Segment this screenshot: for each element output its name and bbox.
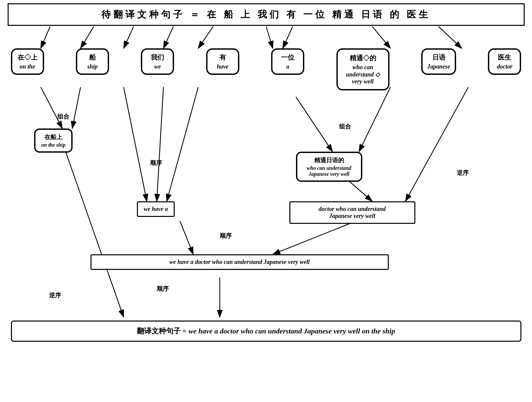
phrase-node-jingtong-riyu: 精通日语的 who can understandJapanese very we…	[296, 152, 362, 182]
svg-line-4	[198, 26, 213, 48]
card-cn-jingtong: 精通◇的	[344, 54, 382, 63]
bottom-cn: 翻译文种句子 =	[137, 327, 189, 335]
word-card-yisheng: 医生 doctor	[488, 48, 521, 75]
rect-en-full-phrase: we have a doctor who can understand Japa…	[97, 259, 382, 266]
svg-line-10	[41, 87, 62, 128]
phrase-cn-jingtong-riyu: 精通日语的	[303, 156, 355, 164]
svg-line-2	[124, 26, 134, 48]
card-en-riyu: Japanese	[427, 63, 450, 70]
main-container: 待翻译文种句子 ＝ 在 船 上 我们 有 一位 精通 日语 的 医生	[8, 3, 525, 357]
card-en-yiwei: a	[277, 63, 298, 70]
svg-line-27	[66, 152, 124, 317]
word-card-jingtong: 精通◇的 who canunderstand ◇very well	[336, 48, 389, 90]
phrase-en-on-the-ship: on the ship	[41, 142, 66, 148]
phrase-en-jingtong-riyu: who can understandJapanese very well	[303, 165, 355, 177]
svg-line-24	[273, 221, 356, 254]
bottom-en: we have a doctor who can understand Japa…	[189, 327, 395, 335]
card-en-chuan: ship	[82, 63, 103, 70]
word-card-chuan: 船 ship	[76, 48, 109, 75]
card-en-zai-shang: on the	[17, 63, 38, 70]
phrase-cn-on-the-ship: 在船上	[41, 133, 66, 141]
rect-en-doctor-who: doctor who can understandJapanese very w…	[296, 206, 408, 220]
svg-line-0	[41, 26, 50, 48]
svg-line-6	[283, 26, 293, 48]
rect-en-we-have-a: we have a	[144, 206, 168, 213]
card-cn-chuan: 船	[82, 53, 103, 62]
svg-line-5	[266, 26, 273, 48]
svg-text:顺序: 顺序	[219, 232, 232, 239]
card-cn-riyu: 日语	[427, 53, 450, 62]
word-card-you: 有 have	[206, 48, 239, 75]
card-cn-yiwei: 一位	[277, 53, 298, 62]
phrase-node-on-the-ship: 在船上 on the ship	[34, 128, 73, 153]
card-cn-zai-shang: 在◇上	[17, 53, 38, 62]
rect-node-doctor-who: doctor who can understandJapanese very w…	[289, 201, 415, 224]
svg-line-13	[124, 87, 147, 201]
bottom-translation-box: 翻译文种句子 = we have a doctor who can unders…	[11, 321, 521, 342]
svg-line-3	[163, 26, 173, 48]
rect-node-we-have-a: we have a	[137, 201, 175, 217]
svg-text:逆序: 逆序	[457, 169, 469, 176]
word-card-yiwei: 一位 a	[271, 48, 304, 75]
svg-line-23	[180, 221, 193, 254]
svg-line-18	[359, 87, 390, 152]
svg-line-8	[439, 26, 462, 48]
svg-line-1	[81, 26, 94, 48]
svg-text:逆序: 逆序	[49, 292, 61, 299]
card-en-jingtong: who canunderstand ◇very well	[344, 64, 382, 85]
combine-label-1: 组合	[57, 113, 70, 120]
card-en-yisheng: doctor	[494, 63, 515, 70]
top-sentence-box: 待翻译文种句子 ＝ 在 船 上 我们 有 一位 精通 日语 的 医生	[8, 3, 525, 26]
svg-text:组合: 组合	[339, 123, 351, 130]
word-card-women: 我们 we	[141, 48, 174, 75]
svg-line-14	[157, 87, 163, 201]
svg-line-17	[296, 97, 332, 152]
word-card-riyu: 日语 Japanese	[421, 48, 456, 75]
word-card-zai-shang: 在◇上 on the	[11, 48, 44, 75]
card-en-you: have	[212, 63, 233, 70]
svg-line-20	[405, 87, 468, 201]
card-cn-yisheng: 医生	[494, 53, 515, 62]
card-en-women: we	[147, 63, 168, 70]
svg-text:顺序: 顺序	[150, 159, 162, 166]
svg-line-7	[372, 26, 390, 48]
top-sentence-text: 待翻译文种句子 ＝ 在 船 上 我们 有 一位 精通 日语 的 医生	[101, 9, 431, 20]
card-cn-you: 有	[212, 53, 233, 62]
rect-node-full-phrase: we have a doctor who can understand Japa…	[90, 254, 389, 270]
svg-line-15	[167, 87, 198, 201]
card-cn-women: 我们	[147, 53, 168, 62]
svg-line-11	[72, 87, 81, 128]
svg-text:顺序: 顺序	[156, 285, 169, 292]
